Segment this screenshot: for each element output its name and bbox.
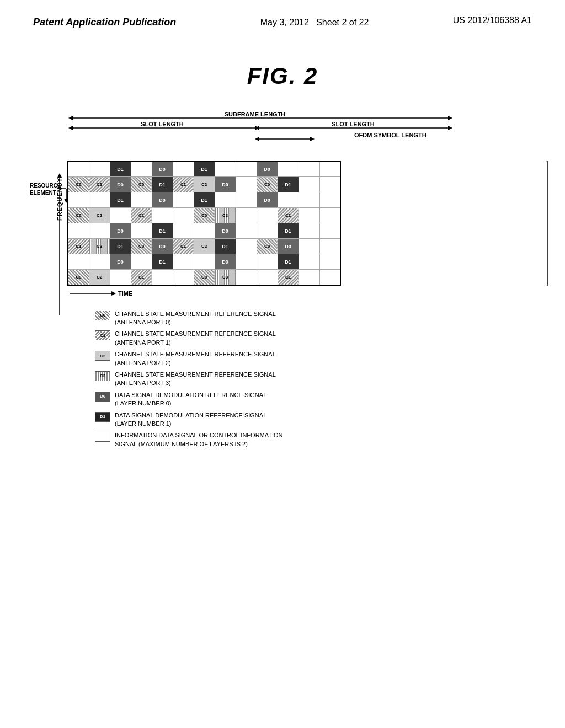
top-arrows-svg: SUBFRAME LENGTH SLOT LENGTH SLOT LENGTH … — [67, 111, 565, 161]
legend-text-c3: CHANNEL STATE MEASUREMENT REFERENCE SIGN… — [115, 371, 276, 388]
legend-swatch-c3: C3 — [95, 371, 110, 381]
legend-swatch-d0: D0 — [95, 392, 110, 402]
legend-text-d0: DATA SIGNAL DEMODULATION REFERENCE SIGNA… — [115, 391, 266, 408]
legend-item-c1: C1 CHANNEL STATE MEASUREMENT REFERENCE S… — [95, 330, 536, 347]
svg-marker-22 — [545, 161, 550, 162]
right-arrows-svg: RESOURCE BLOCK WIDTH SUBCARRIER INTERVAL — [539, 161, 565, 286]
svg-marker-31 — [111, 291, 116, 296]
svg-marker-14 — [310, 137, 315, 141]
svg-text:TIME: TIME — [118, 290, 132, 297]
svg-marker-13 — [255, 137, 259, 141]
publication-label: Patent Application Publication — [33, 15, 176, 29]
legend-item-info: INFORMATION DATA SIGNAL OR CONTROL INFOR… — [95, 431, 536, 448]
legend-swatch-c0: C0 — [95, 311, 110, 320]
legend-swatch-c2: C2 — [95, 351, 110, 361]
legend-item-c3: C3 CHANNEL STATE MEASUREMENT REFERENCE S… — [95, 371, 536, 388]
legend-swatch-d1: D1 — [95, 412, 110, 422]
svg-text:OFDM SYMBOL LENGTH: OFDM SYMBOL LENGTH — [354, 132, 427, 138]
legend-item-c0: C0 CHANNEL STATE MEASUREMENT REFERENCE S… — [95, 310, 536, 327]
svg-marker-1 — [68, 116, 73, 120]
frequency-arrow — [54, 172, 65, 326]
legend-area: C0 CHANNEL STATE MEASUREMENT REFERENCE S… — [95, 310, 536, 448]
legend-text-c1: CHANNEL STATE MEASUREMENT REFERENCE SIGN… — [115, 330, 276, 347]
svg-text:SLOT LENGTH: SLOT LENGTH — [332, 121, 375, 127]
svg-text:SUBFRAME LENGTH: SUBFRAME LENGTH — [225, 111, 286, 117]
date-sheet-label: May 3, 2012 Sheet 2 of 22 — [260, 15, 369, 30]
resource-element-arrow — [29, 161, 73, 315]
svg-marker-2 — [448, 116, 452, 120]
time-arrow: TIME — [67, 288, 134, 299]
legend-item-c2: C2 CHANNEL STATE MEASUREMENT REFERENCE S… — [95, 350, 536, 367]
svg-text:SLOT LENGTH: SLOT LENGTH — [141, 121, 184, 127]
legend-item-d1: D1 DATA SIGNAL DEMODULATION REFERENCE SI… — [95, 411, 536, 429]
legend-item-d0: D0 DATA SIGNAL DEMODULATION REFERENCE SI… — [95, 391, 536, 408]
legend-text-d1: DATA SIGNAL DEMODULATION REFERENCE SIGNA… — [115, 411, 266, 429]
resource-grid: D1 D0 D1 D0 C0 C1 D0 C0 — [67, 161, 341, 286]
svg-marker-5 — [68, 126, 73, 130]
legend-text-c0: CHANNEL STATE MEASUREMENT REFERENCE SIGN… — [115, 310, 276, 327]
figure-title: FIG. 2 — [0, 63, 565, 89]
legend-text-info: INFORMATION DATA SIGNAL OR CONTROL INFOR… — [115, 431, 283, 448]
legend-text-c2: CHANNEL STATE MEASUREMENT REFERENCE SIGN… — [115, 350, 276, 367]
svg-marker-10 — [448, 126, 452, 130]
legend-swatch-info — [95, 432, 110, 442]
legend-swatch-c1: C1 — [95, 330, 110, 340]
svg-marker-20 — [57, 173, 62, 178]
patent-number-label: US 2012/106388 A1 — [453, 15, 532, 25]
